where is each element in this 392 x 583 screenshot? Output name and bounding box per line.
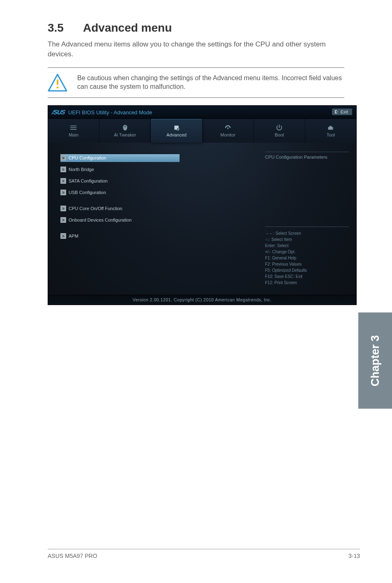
mouse-icon xyxy=(122,124,129,131)
chapter-label: Chapter 3 xyxy=(369,335,382,386)
bios-footer: Version 2.00.1201. Copyright (C) 2010 Am… xyxy=(48,295,356,305)
menu-usb-configuration[interactable]: > USB Configuration xyxy=(60,189,249,197)
help-pane: CPU Configuration Parameters →←: Select … xyxy=(258,143,356,295)
chapter-tab: Chapter 3 xyxy=(358,312,392,409)
hint-line: F2: Previous Values xyxy=(265,261,349,267)
tab-label: Monitor xyxy=(220,132,235,137)
menu-cpu-core-onoff[interactable]: > CPU Core On/Off Function xyxy=(60,205,249,213)
toolbox-icon xyxy=(327,124,334,131)
svg-point-6 xyxy=(177,128,179,130)
exit-label: Exit xyxy=(341,109,348,114)
tab-tool[interactable]: Tool xyxy=(305,119,356,143)
caution-icon xyxy=(48,74,67,92)
list-icon xyxy=(70,124,77,131)
tab-label: Ai Tweaker xyxy=(114,132,136,137)
menu-sata-configuration[interactable]: > SATA Configuration xyxy=(60,177,249,185)
caution-text: Be cautious when changing the settings o… xyxy=(77,74,344,91)
tab-ai-tweaker[interactable]: Ai Tweaker xyxy=(99,119,151,143)
section-number: 3.5 xyxy=(48,21,83,35)
intro-text: The Advanced menu items allow you to cha… xyxy=(0,39,392,59)
bios-window: /SUS UEFI BIOS Utility - Advanced Mode E… xyxy=(48,105,357,305)
tab-main[interactable]: Main xyxy=(48,119,99,143)
chevron-right-icon: > xyxy=(60,206,66,211)
tab-label: Advanced xyxy=(166,132,187,137)
bios-tabs: Main Ai Tweaker Advanced Monitor Boot To… xyxy=(48,119,356,143)
chevron-right-icon: > xyxy=(60,190,66,195)
hint-line: F1: General Help xyxy=(265,255,349,261)
bios-title: UEFI BIOS Utility - Advanced Mode xyxy=(68,109,152,116)
menu-north-bridge[interactable]: > North Bridge xyxy=(60,166,249,174)
menu-label: North Bridge xyxy=(69,167,94,172)
tab-advanced[interactable]: Advanced xyxy=(151,119,202,143)
caution-box: Be cautious when changing the settings o… xyxy=(48,67,344,98)
page-footer: ASUS M5A97 PRO 3-13 xyxy=(48,549,360,559)
hint-line: +/-: Change Opt. xyxy=(265,249,349,255)
tab-label: Tool xyxy=(327,132,335,137)
svg-point-1 xyxy=(57,86,59,88)
svg-rect-3 xyxy=(70,127,71,128)
hint-line: F5: Optimized Defaults xyxy=(265,267,349,273)
svg-rect-4 xyxy=(70,129,71,130)
chevron-right-icon: > xyxy=(60,178,66,184)
key-hints: →←: Select Screen ↑↓: Select Item Enter:… xyxy=(265,227,349,286)
gauge-icon xyxy=(224,124,231,131)
svg-rect-2 xyxy=(70,125,71,126)
tab-boot[interactable]: Boot xyxy=(254,119,305,143)
menu-pane: > CPU Configuration > North Bridge > SAT… xyxy=(48,143,258,295)
asus-logo: /SUS xyxy=(51,109,66,116)
hint-line: ↑↓: Select Item xyxy=(265,236,349,243)
section-title: Advanced menu xyxy=(83,21,172,34)
chip-icon xyxy=(173,124,180,131)
chevron-right-icon: > xyxy=(60,155,66,161)
hint-line: →←: Select Screen xyxy=(265,230,349,236)
menu-label: CPU Core On/Off Function xyxy=(69,206,122,211)
tab-monitor[interactable]: Monitor xyxy=(203,119,254,143)
section-heading: 3.5Advanced menu xyxy=(0,0,392,39)
power-icon xyxy=(276,124,283,131)
tab-label: Boot xyxy=(274,132,284,137)
bios-workarea: > CPU Configuration > North Bridge > SAT… xyxy=(48,143,356,295)
menu-label: APM xyxy=(69,234,78,238)
bios-brand: /SUS UEFI BIOS Utility - Advanced Mode xyxy=(52,109,152,116)
chevron-right-icon: > xyxy=(60,217,66,223)
svg-rect-0 xyxy=(57,79,58,85)
hint-line: Enter: Select xyxy=(265,243,349,249)
menu-cpu-configuration[interactable]: > CPU Configuration xyxy=(60,154,180,162)
exit-button[interactable]: Exit xyxy=(332,109,352,115)
chevron-right-icon: > xyxy=(60,233,66,239)
hint-line: F12: Print Screen xyxy=(265,280,349,286)
menu-label: Onboard Devices Configuration xyxy=(69,217,131,222)
menu-apm[interactable]: > APM xyxy=(60,232,249,240)
menu-label: CPU Configuration xyxy=(69,155,106,160)
menu-label: USB Configuration xyxy=(69,190,106,195)
footer-right: 3-13 xyxy=(348,553,360,559)
exit-icon xyxy=(334,110,339,114)
chevron-right-icon: > xyxy=(60,167,66,172)
tab-label: Main xyxy=(69,132,78,137)
footer-left: ASUS M5A97 PRO xyxy=(48,553,97,559)
bios-titlebar: /SUS UEFI BIOS Utility - Advanced Mode E… xyxy=(48,106,356,119)
hint-line: F10: Save ESC: Exit xyxy=(265,273,349,280)
menu-label: SATA Configuration xyxy=(69,178,108,183)
help-title: CPU Configuration Parameters xyxy=(265,155,349,160)
menu-onboard-devices[interactable]: > Onboard Devices Configuration xyxy=(60,216,249,224)
